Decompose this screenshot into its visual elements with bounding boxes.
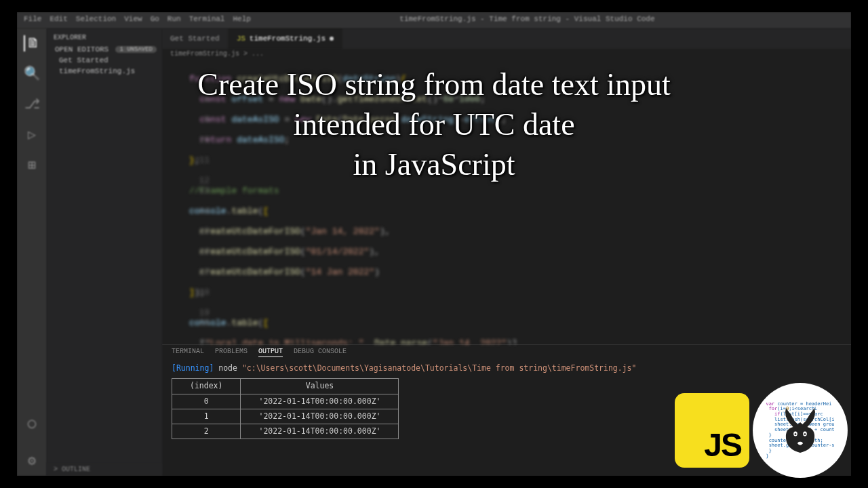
menu-item[interactable]: Terminal — [189, 15, 225, 26]
menu-item[interactable]: File — [24, 15, 41, 26]
table-header: Values — [241, 379, 399, 394]
table-header: (index) — [172, 379, 241, 394]
modified-indicator-icon — [330, 37, 334, 41]
explorer-header: EXPLORER — [47, 31, 162, 44]
explorer-icon[interactable]: 🗎 — [24, 35, 40, 52]
svg-point-2 — [795, 433, 797, 435]
table-row: 1 '2022-01-14T00:00:00.000Z' — [172, 409, 399, 424]
menu-item[interactable]: Help — [233, 15, 250, 26]
open-editors-label[interactable]: OPEN EDITORS — [55, 45, 108, 54]
command: node — [218, 363, 237, 373]
channel-logo: var counter = headerHei for(i=0;i<search… — [753, 383, 848, 478]
table-row: 2 '2022-01-14T00:00:00.000Z' — [172, 424, 399, 439]
title-line2: intended for UTC date — [0, 105, 868, 145]
tab-label: timeFromString.js — [250, 35, 326, 43]
tab-timefromstring[interactable]: JS timeFromString.js — [229, 28, 342, 49]
settings-gear-icon[interactable]: ⚙ — [28, 452, 36, 469]
tab-get-started[interactable]: Get Started — [162, 28, 229, 49]
table-row: 0 '2022-01-14T00:00:00.000Z' — [172, 394, 399, 409]
account-icon[interactable]: ◯ — [28, 415, 36, 432]
js-badge-text: JS — [704, 426, 741, 464]
panel-tab-problems[interactable]: PROBLEMS — [215, 348, 248, 357]
unsaved-badge: 1 UNSAVED — [115, 46, 157, 53]
window-title: timeFromString.js - Time from string - V… — [258, 12, 797, 28]
panel-tab-output[interactable]: OUTPUT — [258, 348, 283, 357]
goat-icon — [776, 404, 824, 457]
menu-item[interactable]: Edit — [50, 15, 67, 26]
titlebar: File Edit Selection View Go Run Terminal… — [17, 12, 851, 28]
editor-tabs: Get Started JS timeFromString.js — [162, 28, 851, 49]
svg-point-3 — [804, 433, 806, 435]
title-line3: in JavaScript — [0, 145, 868, 185]
breadcrumbs[interactable]: timeFromString.js > ... — [162, 49, 851, 61]
menu-item[interactable]: Run — [167, 15, 181, 26]
sidebar-item[interactable]: Get Started — [47, 55, 162, 66]
tab-label: Get Started — [170, 35, 220, 43]
output-table: (index) Values 0 '2022-01-14T00:00:00.00… — [172, 378, 399, 439]
title-line1: Create ISO string from date text input — [0, 65, 868, 105]
panel-tab-terminal[interactable]: TERMINAL — [172, 348, 204, 357]
running-label: [Running] — [172, 363, 214, 373]
panel-tabs: TERMINAL PROBLEMS OUTPUT DEBUG CONSOLE — [162, 345, 851, 359]
outline-section[interactable]: > OUTLINE — [47, 463, 162, 476]
menu-item[interactable]: Go — [151, 15, 159, 26]
panel-tab-debug-console[interactable]: DEBUG CONSOLE — [294, 348, 347, 357]
menu-item[interactable]: View — [124, 15, 142, 26]
menu-item[interactable]: Selection — [76, 15, 116, 26]
javascript-logo: JS — [675, 393, 749, 468]
video-title-overlay: Create ISO string from date text input i… — [0, 65, 868, 185]
menubar: File Edit Selection View Go Run Terminal… — [17, 12, 258, 28]
script-path: "c:\Users\scott\Documents\Yagisanatode\T… — [242, 363, 637, 373]
